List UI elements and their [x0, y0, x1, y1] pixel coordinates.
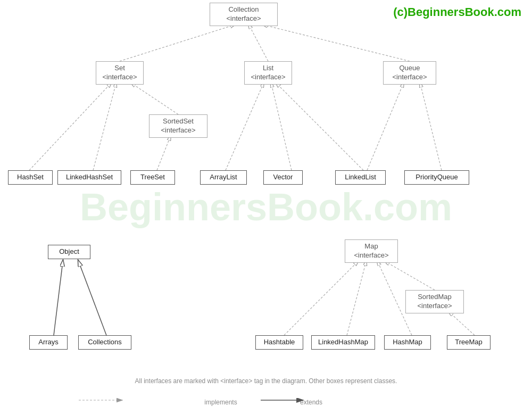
set-label: Set <interface> — [102, 64, 137, 81]
linkedhashset-node: LinkedHashSet — [57, 170, 121, 185]
sortedmap-to-map-line — [386, 262, 435, 290]
linkedlist-to-list-line — [277, 84, 363, 170]
sortedset-node: SortedSet <interface> — [149, 114, 207, 138]
collection-label: Collection <interface> — [226, 5, 261, 22]
object-label: Object — [59, 247, 79, 255]
hashmap-label: HashMap — [393, 338, 422, 346]
queue-node: Queue <interface> — [383, 61, 436, 85]
vector-node: Vector — [263, 170, 303, 185]
treeset-label: TreeSet — [140, 173, 165, 181]
collections-label: Collections — [88, 338, 122, 346]
hashset-to-set-line — [29, 84, 111, 170]
linkedlist-label: LinkedList — [345, 173, 376, 181]
hashtable-node: Hashtable — [255, 335, 303, 350]
sortedmap-node: SortedMap <interface> — [405, 290, 464, 313]
collections-node: Collections — [78, 335, 131, 350]
diagram-container: BeginnersBook.com (c)BeginnersBook.com — [0, 0, 532, 414]
hashmap-node: HashMap — [384, 335, 431, 350]
collection-node: Collection <interface> — [210, 3, 278, 26]
map-node: Map <interface> — [345, 239, 398, 263]
legend: implements extends — [0, 388, 532, 406]
hashtable-label: Hashtable — [264, 338, 295, 346]
list-label: List <interface> — [251, 64, 285, 81]
linkedlist-to-queue-line — [367, 84, 403, 170]
linkedhashmap-node: LinkedHashMap — [311, 335, 375, 350]
footer-note-text: All interfaces are marked with <interfac… — [135, 377, 397, 385]
linkedlist-node: LinkedList — [335, 170, 386, 185]
extends-label: extends — [300, 399, 322, 406]
linkedhashset-to-set-line — [93, 84, 116, 170]
brand-label: (c)BeginnersBook.com — [393, 5, 521, 19]
implements-legend: implements — [197, 388, 245, 406]
vector-to-list-line — [271, 84, 292, 170]
extends-legend: extends — [287, 388, 335, 406]
map-label: Map <interface> — [354, 242, 388, 259]
sortedset-to-set-line — [132, 84, 178, 114]
footer-note: All interfaces are marked with <interfac… — [0, 377, 532, 385]
collections-to-object-line — [79, 262, 106, 335]
linkedhashset-label: LinkedHashSet — [66, 173, 113, 181]
watermark: BeginnersBook.com — [80, 185, 452, 229]
treeset-to-sortedset-line — [157, 137, 170, 170]
priorityqueue-label: PriorityQueue — [415, 173, 458, 181]
treemap-to-sortedmap-line — [450, 312, 475, 335]
sortedset-label: SortedSet <interface> — [161, 117, 195, 134]
priorityqueue-to-queue-line — [420, 84, 442, 170]
arraylist-node: ArrayList — [200, 170, 247, 185]
arraylist-to-list-line — [226, 84, 263, 170]
priorityqueue-node: PriorityQueue — [404, 170, 469, 185]
list-node: List <interface> — [244, 61, 292, 85]
arrays-node: Arrays — [29, 335, 68, 350]
object-node: Object — [48, 245, 90, 259]
set-to-collection-line — [120, 25, 234, 61]
treemap-node: TreeMap — [447, 335, 491, 350]
hashset-node: HashSet — [8, 170, 53, 185]
hashset-label: HashSet — [17, 173, 44, 181]
linkedhashmap-to-map-line — [347, 262, 366, 335]
arrays-to-object-line — [54, 262, 63, 335]
list-to-collection-line — [249, 25, 268, 61]
queue-label: Queue <interface> — [392, 64, 427, 81]
vector-label: Vector — [273, 173, 293, 181]
sortedmap-label: SortedMap <interface> — [417, 293, 452, 310]
treemap-label: TreeMap — [455, 338, 483, 346]
arraylist-label: ArrayList — [210, 173, 237, 181]
linkedhashmap-label: LinkedHashMap — [318, 338, 368, 346]
treeset-node: TreeSet — [130, 170, 175, 185]
set-node: Set <interface> — [96, 61, 144, 85]
implements-label: implements — [204, 399, 237, 406]
arrays-label: Arrays — [38, 338, 59, 346]
queue-to-collection-line — [264, 25, 410, 61]
hashtable-to-map-line — [284, 262, 358, 335]
